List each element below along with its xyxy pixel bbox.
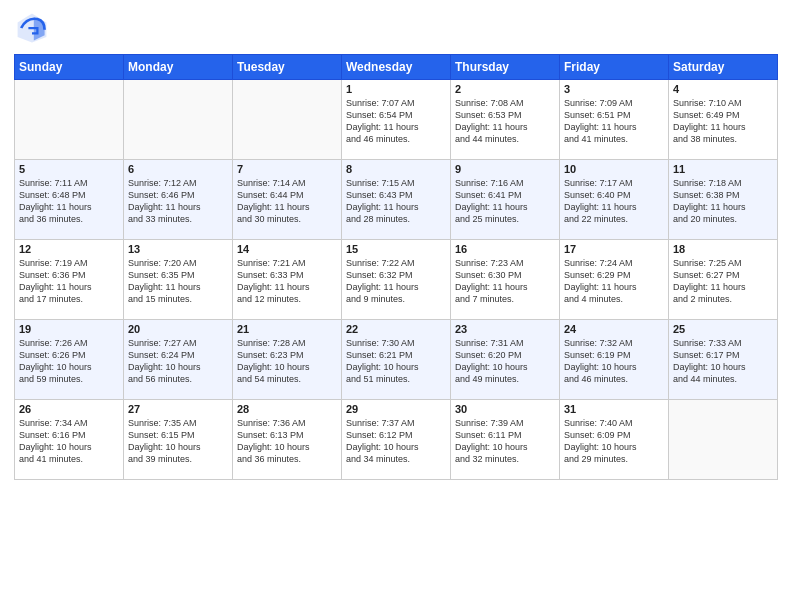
day-info: Sunrise: 7:39 AM Sunset: 6:11 PM Dayligh…: [455, 417, 555, 466]
day-number: 31: [564, 403, 664, 415]
day-number: 24: [564, 323, 664, 335]
day-number: 30: [455, 403, 555, 415]
header: [14, 10, 778, 46]
calendar-cell: 9Sunrise: 7:16 AM Sunset: 6:41 PM Daylig…: [451, 160, 560, 240]
calendar-cell: 22Sunrise: 7:30 AM Sunset: 6:21 PM Dayli…: [342, 320, 451, 400]
calendar-week-row: 5Sunrise: 7:11 AM Sunset: 6:48 PM Daylig…: [15, 160, 778, 240]
calendar-cell: 13Sunrise: 7:20 AM Sunset: 6:35 PM Dayli…: [124, 240, 233, 320]
weekday-header-wednesday: Wednesday: [342, 55, 451, 80]
day-number: 22: [346, 323, 446, 335]
calendar-cell: 25Sunrise: 7:33 AM Sunset: 6:17 PM Dayli…: [669, 320, 778, 400]
day-number: 10: [564, 163, 664, 175]
calendar-week-row: 26Sunrise: 7:34 AM Sunset: 6:16 PM Dayli…: [15, 400, 778, 480]
day-number: 6: [128, 163, 228, 175]
calendar-week-row: 12Sunrise: 7:19 AM Sunset: 6:36 PM Dayli…: [15, 240, 778, 320]
day-info: Sunrise: 7:07 AM Sunset: 6:54 PM Dayligh…: [346, 97, 446, 146]
calendar-cell: 18Sunrise: 7:25 AM Sunset: 6:27 PM Dayli…: [669, 240, 778, 320]
day-info: Sunrise: 7:34 AM Sunset: 6:16 PM Dayligh…: [19, 417, 119, 466]
day-number: 13: [128, 243, 228, 255]
calendar-cell: [669, 400, 778, 480]
day-info: Sunrise: 7:25 AM Sunset: 6:27 PM Dayligh…: [673, 257, 773, 306]
day-info: Sunrise: 7:10 AM Sunset: 6:49 PM Dayligh…: [673, 97, 773, 146]
day-number: 11: [673, 163, 773, 175]
calendar-cell: 3Sunrise: 7:09 AM Sunset: 6:51 PM Daylig…: [560, 80, 669, 160]
day-info: Sunrise: 7:09 AM Sunset: 6:51 PM Dayligh…: [564, 97, 664, 146]
calendar-cell: 21Sunrise: 7:28 AM Sunset: 6:23 PM Dayli…: [233, 320, 342, 400]
day-number: 26: [19, 403, 119, 415]
calendar-cell: 26Sunrise: 7:34 AM Sunset: 6:16 PM Dayli…: [15, 400, 124, 480]
calendar-cell: [15, 80, 124, 160]
day-info: Sunrise: 7:26 AM Sunset: 6:26 PM Dayligh…: [19, 337, 119, 386]
calendar-cell: 11Sunrise: 7:18 AM Sunset: 6:38 PM Dayli…: [669, 160, 778, 240]
calendar-cell: 10Sunrise: 7:17 AM Sunset: 6:40 PM Dayli…: [560, 160, 669, 240]
day-info: Sunrise: 7:16 AM Sunset: 6:41 PM Dayligh…: [455, 177, 555, 226]
day-info: Sunrise: 7:20 AM Sunset: 6:35 PM Dayligh…: [128, 257, 228, 306]
day-info: Sunrise: 7:22 AM Sunset: 6:32 PM Dayligh…: [346, 257, 446, 306]
calendar-cell: 4Sunrise: 7:10 AM Sunset: 6:49 PM Daylig…: [669, 80, 778, 160]
calendar-cell: 16Sunrise: 7:23 AM Sunset: 6:30 PM Dayli…: [451, 240, 560, 320]
day-info: Sunrise: 7:36 AM Sunset: 6:13 PM Dayligh…: [237, 417, 337, 466]
calendar-cell: 12Sunrise: 7:19 AM Sunset: 6:36 PM Dayli…: [15, 240, 124, 320]
calendar-cell: 7Sunrise: 7:14 AM Sunset: 6:44 PM Daylig…: [233, 160, 342, 240]
day-number: 14: [237, 243, 337, 255]
calendar-week-row: 1Sunrise: 7:07 AM Sunset: 6:54 PM Daylig…: [15, 80, 778, 160]
day-number: 7: [237, 163, 337, 175]
day-number: 18: [673, 243, 773, 255]
calendar-cell: 24Sunrise: 7:32 AM Sunset: 6:19 PM Dayli…: [560, 320, 669, 400]
weekday-header-tuesday: Tuesday: [233, 55, 342, 80]
day-number: 8: [346, 163, 446, 175]
day-number: 23: [455, 323, 555, 335]
day-info: Sunrise: 7:37 AM Sunset: 6:12 PM Dayligh…: [346, 417, 446, 466]
day-info: Sunrise: 7:30 AM Sunset: 6:21 PM Dayligh…: [346, 337, 446, 386]
calendar-table: SundayMondayTuesdayWednesdayThursdayFrid…: [14, 54, 778, 480]
day-info: Sunrise: 7:15 AM Sunset: 6:43 PM Dayligh…: [346, 177, 446, 226]
day-info: Sunrise: 7:33 AM Sunset: 6:17 PM Dayligh…: [673, 337, 773, 386]
calendar-cell: 27Sunrise: 7:35 AM Sunset: 6:15 PM Dayli…: [124, 400, 233, 480]
calendar-cell: 8Sunrise: 7:15 AM Sunset: 6:43 PM Daylig…: [342, 160, 451, 240]
day-info: Sunrise: 7:21 AM Sunset: 6:33 PM Dayligh…: [237, 257, 337, 306]
day-info: Sunrise: 7:27 AM Sunset: 6:24 PM Dayligh…: [128, 337, 228, 386]
calendar-cell: 1Sunrise: 7:07 AM Sunset: 6:54 PM Daylig…: [342, 80, 451, 160]
calendar-cell: 15Sunrise: 7:22 AM Sunset: 6:32 PM Dayli…: [342, 240, 451, 320]
day-info: Sunrise: 7:14 AM Sunset: 6:44 PM Dayligh…: [237, 177, 337, 226]
day-number: 16: [455, 243, 555, 255]
calendar-cell: 14Sunrise: 7:21 AM Sunset: 6:33 PM Dayli…: [233, 240, 342, 320]
calendar-cell: 17Sunrise: 7:24 AM Sunset: 6:29 PM Dayli…: [560, 240, 669, 320]
calendar-cell: 23Sunrise: 7:31 AM Sunset: 6:20 PM Dayli…: [451, 320, 560, 400]
day-number: 1: [346, 83, 446, 95]
day-info: Sunrise: 7:40 AM Sunset: 6:09 PM Dayligh…: [564, 417, 664, 466]
day-number: 4: [673, 83, 773, 95]
day-number: 19: [19, 323, 119, 335]
day-number: 12: [19, 243, 119, 255]
day-info: Sunrise: 7:28 AM Sunset: 6:23 PM Dayligh…: [237, 337, 337, 386]
day-number: 28: [237, 403, 337, 415]
calendar-cell: 2Sunrise: 7:08 AM Sunset: 6:53 PM Daylig…: [451, 80, 560, 160]
day-number: 17: [564, 243, 664, 255]
day-info: Sunrise: 7:08 AM Sunset: 6:53 PM Dayligh…: [455, 97, 555, 146]
calendar-cell: [124, 80, 233, 160]
page: SundayMondayTuesdayWednesdayThursdayFrid…: [0, 0, 792, 612]
day-number: 5: [19, 163, 119, 175]
weekday-header-thursday: Thursday: [451, 55, 560, 80]
day-number: 25: [673, 323, 773, 335]
weekday-header-monday: Monday: [124, 55, 233, 80]
calendar-cell: 28Sunrise: 7:36 AM Sunset: 6:13 PM Dayli…: [233, 400, 342, 480]
calendar-cell: 20Sunrise: 7:27 AM Sunset: 6:24 PM Dayli…: [124, 320, 233, 400]
calendar-cell: 31Sunrise: 7:40 AM Sunset: 6:09 PM Dayli…: [560, 400, 669, 480]
day-info: Sunrise: 7:23 AM Sunset: 6:30 PM Dayligh…: [455, 257, 555, 306]
day-info: Sunrise: 7:24 AM Sunset: 6:29 PM Dayligh…: [564, 257, 664, 306]
calendar-week-row: 19Sunrise: 7:26 AM Sunset: 6:26 PM Dayli…: [15, 320, 778, 400]
day-info: Sunrise: 7:19 AM Sunset: 6:36 PM Dayligh…: [19, 257, 119, 306]
day-number: 9: [455, 163, 555, 175]
calendar-cell: 29Sunrise: 7:37 AM Sunset: 6:12 PM Dayli…: [342, 400, 451, 480]
day-info: Sunrise: 7:35 AM Sunset: 6:15 PM Dayligh…: [128, 417, 228, 466]
day-info: Sunrise: 7:32 AM Sunset: 6:19 PM Dayligh…: [564, 337, 664, 386]
calendar-cell: 19Sunrise: 7:26 AM Sunset: 6:26 PM Dayli…: [15, 320, 124, 400]
day-number: 20: [128, 323, 228, 335]
calendar-cell: 30Sunrise: 7:39 AM Sunset: 6:11 PM Dayli…: [451, 400, 560, 480]
calendar-header-row: SundayMondayTuesdayWednesdayThursdayFrid…: [15, 55, 778, 80]
day-number: 15: [346, 243, 446, 255]
day-number: 29: [346, 403, 446, 415]
calendar-cell: 6Sunrise: 7:12 AM Sunset: 6:46 PM Daylig…: [124, 160, 233, 240]
weekday-header-sunday: Sunday: [15, 55, 124, 80]
